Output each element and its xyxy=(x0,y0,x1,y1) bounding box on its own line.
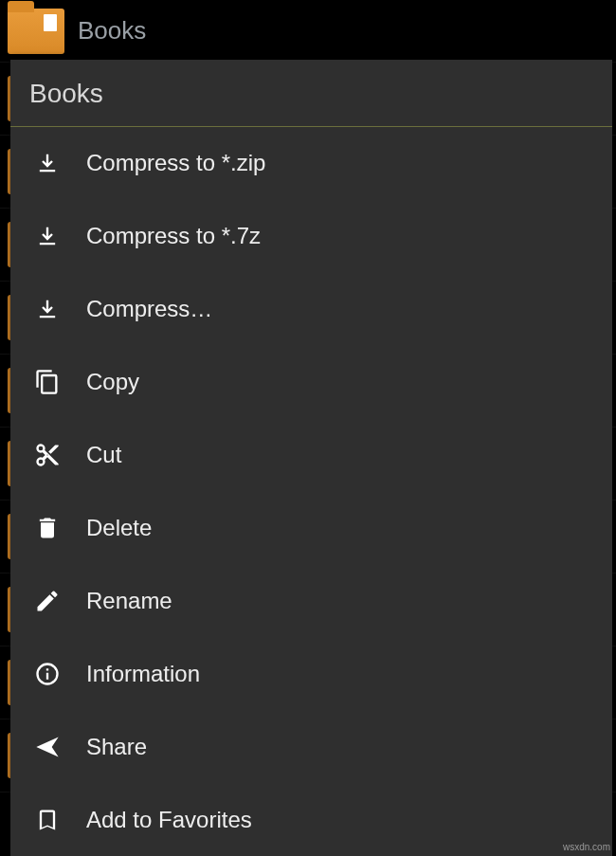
menu-item-rename[interactable]: Rename xyxy=(10,564,612,637)
download-icon xyxy=(31,147,63,179)
menu-item-label: Cut xyxy=(86,442,121,468)
menu-item-add-favorites[interactable]: Add to Favorites xyxy=(10,783,612,856)
menu-item-cut[interactable]: Cut xyxy=(10,419,612,492)
menu-item-label: Copy xyxy=(86,369,139,395)
info-icon xyxy=(31,658,63,690)
file-header-row[interactable]: Books xyxy=(0,0,616,63)
menu-item-label: Share xyxy=(86,734,147,760)
menu-title: Books xyxy=(10,60,612,127)
menu-item-information[interactable]: Information xyxy=(10,637,612,710)
cut-icon xyxy=(31,439,63,471)
rename-icon xyxy=(31,585,63,617)
menu-item-label: Add to Favorites xyxy=(86,807,252,833)
context-menu: Books Compress to *.zip Compress to *.7z… xyxy=(10,60,612,856)
delete-icon xyxy=(31,512,63,544)
download-icon xyxy=(31,220,63,252)
menu-item-copy[interactable]: Copy xyxy=(10,346,612,419)
share-icon xyxy=(31,731,63,763)
menu-item-label: Rename xyxy=(86,588,172,614)
menu-item-delete[interactable]: Delete xyxy=(10,492,612,565)
copy-icon xyxy=(31,366,63,398)
folder-icon xyxy=(8,9,64,54)
menu-item-label: Delete xyxy=(86,515,152,541)
folder-name: Books xyxy=(78,16,146,46)
download-icon xyxy=(31,293,63,325)
menu-item-label: Information xyxy=(86,661,200,687)
menu-item-label: Compress to *.7z xyxy=(86,223,261,249)
menu-item-share[interactable]: Share xyxy=(10,710,612,783)
watermark: wsxdn.com xyxy=(563,842,610,852)
menu-item-compress-7z[interactable]: Compress to *.7z xyxy=(10,200,612,273)
menu-item-compress-zip[interactable]: Compress to *.zip xyxy=(10,127,612,200)
menu-item-compress[interactable]: Compress… xyxy=(10,273,612,346)
menu-item-label: Compress to *.zip xyxy=(86,150,265,176)
favorite-icon xyxy=(31,804,63,836)
menu-item-label: Compress… xyxy=(86,296,212,322)
